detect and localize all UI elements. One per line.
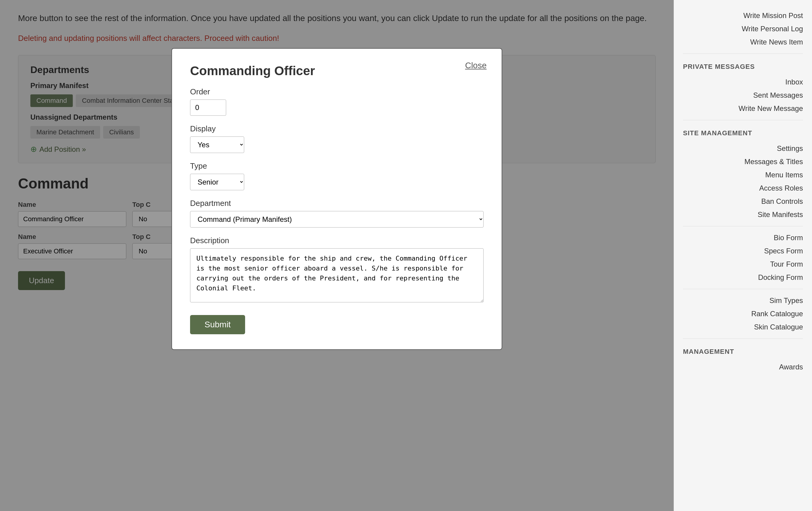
display-label: Display [190, 124, 484, 133]
inbox-link[interactable]: Inbox [683, 76, 803, 89]
messages-titles-link[interactable]: Messages & Titles [683, 155, 803, 168]
tour-form-link[interactable]: Tour Form [683, 258, 803, 271]
management-title: MANAGEMENT [683, 348, 803, 356]
description-field: Description Ultimately responsible for t… [190, 236, 484, 304]
rank-catalogue-link[interactable]: Rank Catalogue [683, 307, 803, 321]
description-textarea[interactable]: Ultimately responsible for the ship and … [190, 248, 484, 302]
access-roles-link[interactable]: Access Roles [683, 182, 803, 195]
sim-types-link[interactable]: Sim Types [683, 294, 803, 307]
description-label: Description [190, 236, 484, 245]
main-content: More button to see the rest of the infor… [0, 0, 674, 511]
settings-link[interactable]: Settings [683, 142, 803, 155]
ban-controls-link[interactable]: Ban Controls [683, 195, 803, 208]
write-news-item-link[interactable]: Write News Item [683, 35, 803, 49]
submit-button[interactable]: Submit [190, 315, 245, 334]
awards-link[interactable]: Awards [683, 360, 803, 373]
write-personal-log-link[interactable]: Write Personal Log [683, 22, 803, 35]
department-field: Department Command (Primary Manifest) En… [190, 199, 484, 228]
divider-2 [683, 120, 803, 120]
divider-4 [683, 289, 803, 289]
commanding-officer-modal: Commanding Officer Close Order Display Y… [171, 48, 502, 350]
write-new-message-link[interactable]: Write New Message [683, 102, 803, 115]
type-label: Type [190, 161, 484, 171]
sent-messages-link[interactable]: Sent Messages [683, 89, 803, 102]
order-field: Order [190, 87, 484, 116]
type-select[interactable]: Senior Junior Staff [190, 174, 244, 190]
modal-close-button[interactable]: Close [465, 61, 487, 70]
department-select[interactable]: Command (Primary Manifest) Engineering M… [190, 211, 484, 228]
display-field: Display Yes No [190, 124, 484, 153]
sidebar: Write Mission Post Write Personal Log Wr… [674, 0, 812, 511]
site-manifests-link[interactable]: Site Manifests [683, 208, 803, 221]
private-messages-title: PRIVATE MESSAGES [683, 63, 803, 71]
skin-catalogue-link[interactable]: Skin Catalogue [683, 321, 803, 334]
divider-1 [683, 54, 803, 54]
bio-form-link[interactable]: Bio Form [683, 231, 803, 244]
specs-form-link[interactable]: Specs Form [683, 244, 803, 258]
order-label: Order [190, 87, 484, 96]
menu-items-link[interactable]: Menu Items [683, 168, 803, 182]
order-input[interactable] [190, 99, 226, 116]
write-mission-post-link[interactable]: Write Mission Post [683, 9, 803, 22]
type-field: Type Senior Junior Staff [190, 161, 484, 190]
docking-form-link[interactable]: Docking Form [683, 271, 803, 284]
department-label: Department [190, 199, 484, 208]
display-select[interactable]: Yes No [190, 137, 244, 153]
modal-title: Commanding Officer [190, 64, 484, 78]
divider-5 [683, 338, 803, 339]
site-management-title: SITE MANAGEMENT [683, 129, 803, 137]
